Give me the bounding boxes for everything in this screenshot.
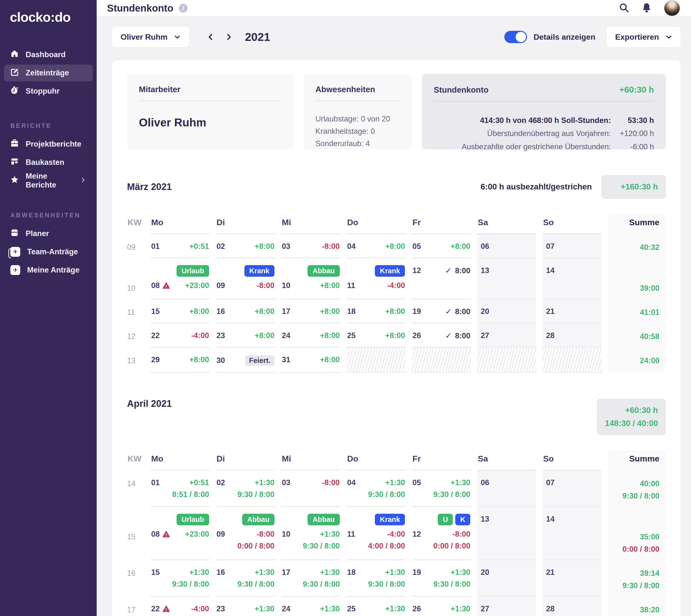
calendar-cell-weekend[interactable]: 14 [543, 258, 602, 299]
calendar-cell-weekend[interactable]: 06 [477, 470, 536, 507]
calendar-cell-weekend[interactable]: 28 [543, 596, 602, 616]
sidebar-item-baukasten[interactable]: Baukasten [4, 154, 93, 171]
calendar-cell-day[interactable]: 22-4:004:00 / 8:00 [151, 596, 210, 616]
week-sum-value: 39:00 [610, 284, 659, 293]
calendar-cell-day[interactable]: 22-4:00 [151, 323, 210, 347]
calendar-cell-day[interactable]: 01+0:51 [151, 234, 210, 258]
prev-year-button[interactable] [202, 33, 220, 41]
calendar-cell-day[interactable]: Abbau09-8:000:00 / 8:00 [216, 507, 275, 560]
calendar-cell-day[interactable]: 23+8:00 [216, 323, 275, 347]
sidebar-item-meine-berichte[interactable]: Meine Berichte [4, 172, 93, 189]
calendar-cell-day[interactable]: 15+8:00 [151, 299, 210, 323]
calendar-cell-day[interactable]: 16+1:309:30 / 8:00 [216, 560, 275, 596]
calendar-cell-day[interactable]: 30Feiert. [216, 347, 275, 373]
calendar-cell-weekend[interactable]: 14 [543, 507, 602, 560]
calendar-cell-weekend[interactable]: 27 [477, 323, 536, 347]
calendar-cell-day[interactable]: Abbau10+1:309:30 / 8:00 [281, 507, 340, 560]
calendar-cell-day[interactable]: Krank11-4:00 [347, 258, 406, 299]
calendar-cell-day[interactable]: 17+1:309:30 / 8:00 [281, 560, 340, 596]
absence-badge[interactable]: Urlaub [176, 514, 209, 525]
employee-select[interactable]: Oliver Ruhm [112, 27, 189, 47]
absence-badge[interactable]: U [438, 514, 453, 525]
absence-badge[interactable]: Abbau [308, 514, 340, 525]
warning-icon[interactable] [163, 605, 170, 613]
calendar-cell-day[interactable]: Krank09-8:00 [216, 258, 275, 299]
calendar-cell-day[interactable]: 29+8:00 [151, 347, 210, 373]
sidebar-item-zeiteintraege[interactable]: Zeiteinträge [4, 65, 93, 81]
calendar-cell-day[interactable]: 26+1:309:30 / 8:00 [412, 596, 471, 616]
next-year-button[interactable] [220, 33, 238, 41]
absence-badge[interactable]: Krank [375, 265, 405, 277]
calendar-cell-day[interactable]: 05+8:00 [412, 234, 471, 258]
absence-badge[interactable]: Krank [244, 265, 274, 277]
calendar-cell-day[interactable]: 15+1:309:30 / 8:00 [151, 560, 210, 596]
info-icon[interactable]: i [179, 4, 188, 13]
bell-icon[interactable] [641, 2, 652, 14]
calendar-cell-weekend[interactable]: 13 [477, 507, 536, 560]
calendar-cell-day[interactable]: 16+8:00 [216, 299, 275, 323]
calendar-cell-day[interactable]: Abbau10+8:00 [281, 258, 340, 299]
day-number: 17 [282, 307, 290, 316]
details-toggle[interactable] [504, 31, 527, 43]
calendar-cell-weekend[interactable]: 27 [477, 596, 536, 616]
calendar-cell-day[interactable]: 04+8:00 [347, 234, 406, 258]
calendar-cell-day[interactable]: 19✓8:00 [412, 299, 471, 323]
absence-badge[interactable]: Krank [375, 514, 405, 525]
calendar-cell-day[interactable]: 04+1:309:30 / 8:00 [347, 470, 406, 507]
calendar-cell-day[interactable]: UK12-8:000:00 / 8:00 [412, 507, 471, 560]
calendar-cell-day[interactable]: 24+8:00 [281, 323, 340, 347]
sidebar-item-dashboard[interactable]: Dashboard [4, 46, 93, 63]
search-icon[interactable] [619, 2, 629, 14]
day-number: 24 [282, 331, 290, 340]
calendar-cell-day[interactable]: Krank11-4:004:00 / 8:00 [347, 507, 406, 560]
calendar-cell-weekend[interactable]: 07 [543, 234, 602, 258]
calendar-cell-day[interactable]: Urlaub08+23:00 [151, 507, 210, 560]
day-value: ✓8:00 [445, 266, 470, 275]
day-value: +8:00 [255, 307, 274, 316]
calendar-cell-day[interactable]: 23+1:309:30 / 8:00 [216, 596, 275, 616]
month-section-april: April 2021 +60:30 h148:30 / 40:00 KWMoDi… [127, 398, 666, 616]
calendar-cell-day[interactable]: 25+8:00 [347, 323, 406, 347]
calendar-cell-weekend[interactable]: 06 [477, 234, 536, 258]
calendar-cell-day[interactable]: 03-8:00 [281, 470, 340, 507]
calendar-cell-weekend[interactable]: 28 [543, 323, 602, 347]
absence-badge[interactable]: Urlaub [176, 265, 209, 277]
calendar-cell-weekend[interactable]: 21 [543, 560, 602, 596]
avatar[interactable] [664, 0, 680, 16]
day-number: 10 [282, 281, 290, 290]
sidebar-item-planer[interactable]: Planer [4, 225, 93, 242]
calendar-cell-day[interactable]: 18+8:00 [347, 299, 406, 323]
warning-icon[interactable] [163, 530, 170, 538]
calendar-cell-day[interactable]: 02+8:00 [216, 234, 275, 258]
calendar-cell-weekend[interactable]: 20 [477, 299, 536, 323]
calendar-cell-weekend[interactable]: 13 [477, 258, 536, 299]
calendar-cell-weekend[interactable]: 21 [543, 299, 602, 323]
warning-icon[interactable] [163, 282, 170, 289]
sidebar-item-team-antraege[interactable]: ✈ Team-Anträge [4, 243, 93, 260]
absence-badges: Abbau [282, 265, 340, 277]
calendar-cell-day[interactable]: 18+1:309:30 / 8:00 [347, 560, 406, 596]
calendar-cell-day[interactable]: Urlaub08+23:00 [151, 258, 210, 299]
calendar-cell-day[interactable]: 05+1:309:30 / 8:00 [412, 470, 471, 507]
calendar-cell-day[interactable]: 01+0:518:51 / 8:00 [151, 470, 210, 507]
sidebar-item-meine-antraege[interactable]: ✈ Meine Anträge [4, 262, 93, 279]
calendar-cell-day[interactable]: 24+1:309:30 / 8:00 [281, 596, 340, 616]
absence-badge[interactable]: K [455, 514, 470, 525]
calendar-cell-day[interactable]: 03-8:00 [281, 234, 340, 258]
calendar-cell-weekend[interactable]: 20 [477, 560, 536, 596]
calendar-cell-day[interactable]: 19+1:309:30 / 8:00 [412, 560, 471, 596]
absence-badge[interactable]: Abbau [242, 514, 274, 525]
calendar-cell-day[interactable]: 25+1:309:30 / 8:00 [347, 596, 406, 616]
calendar-cell-day[interactable]: 26✓8:00 [412, 323, 471, 347]
calendar-cell-day[interactable]: 02+1:309:30 / 8:00 [216, 470, 275, 507]
day-detail: 0:00 / 8:00 [216, 542, 274, 550]
week-sum-cell: 39:149:30 / 8:00 [608, 560, 666, 596]
sidebar-item-stoppuhr[interactable]: Stoppuhr [4, 83, 93, 100]
calendar-cell-day[interactable]: 31+8:00 [281, 347, 340, 373]
absence-badge[interactable]: Abbau [308, 265, 340, 277]
export-button[interactable]: Exportieren [607, 27, 680, 47]
sidebar-item-projektberichte[interactable]: Projektberichte [4, 136, 93, 153]
calendar-cell-day[interactable]: 17+8:00 [281, 299, 340, 323]
calendar-cell-day[interactable]: 12✓8:00 [412, 258, 471, 299]
calendar-cell-weekend[interactable]: 07 [543, 470, 602, 507]
